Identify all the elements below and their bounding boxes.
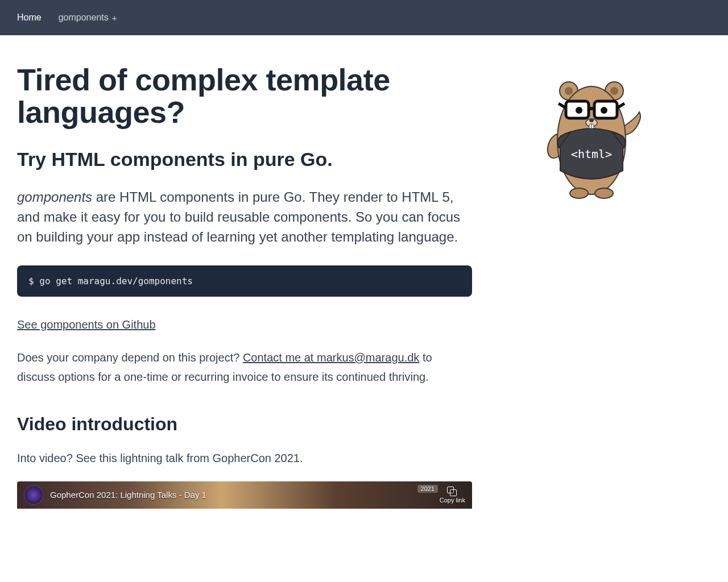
- page-subtitle: Try HTML components in pure Go.: [17, 148, 472, 171]
- nav-gomponents-dropdown[interactable]: gomponents +: [59, 13, 117, 23]
- svg-point-13: [576, 107, 582, 114]
- svg-point-16: [589, 119, 594, 122]
- navbar: Home gomponents +: [0, 0, 728, 35]
- contact-link[interactable]: Contact me at markus@maragu.dk: [243, 351, 419, 364]
- github-link-paragraph: See gomponents on Github: [17, 315, 472, 334]
- page-title: Tired of complex template languages?: [17, 64, 472, 128]
- contact-paragraph: Does your company depend on this project…: [17, 348, 472, 386]
- lead-em: gomponents: [17, 189, 92, 205]
- svg-point-3: [565, 87, 573, 95]
- video-year-badge: 2021: [417, 485, 438, 493]
- video-copy-link[interactable]: Copy link: [440, 487, 465, 504]
- plus-icon: +: [112, 13, 117, 23]
- video-section-title: Video introduction: [17, 414, 472, 435]
- svg-point-4: [610, 87, 618, 95]
- nav-dropdown-label: gomponents: [59, 13, 109, 23]
- svg-point-7: [595, 188, 613, 198]
- main-column: Tired of complex template languages? Try…: [17, 64, 472, 509]
- video-channel-avatar[interactable]: [24, 485, 43, 505]
- copy-link-icon: [447, 487, 457, 497]
- nav-home[interactable]: Home: [17, 13, 42, 23]
- svg-rect-10: [589, 107, 594, 110]
- install-codeblock[interactable]: $ go get maragu.dev/gomponents: [17, 265, 472, 297]
- mascot-shirt-text: <html>: [571, 147, 612, 161]
- svg-point-6: [570, 188, 588, 198]
- video-intro: Into video? See this lightning talk from…: [17, 448, 472, 468]
- contact-pre: Does your company depend on this project…: [17, 351, 243, 364]
- video-embed[interactable]: GopherCon 2021: Lightning Talks - Day 1 …: [17, 481, 472, 509]
- github-link[interactable]: See gomponents on Github: [17, 318, 156, 331]
- video-title: GopherCon 2021: Lightning Talks - Day 1: [50, 490, 433, 500]
- side-column: <html>: [506, 64, 677, 509]
- lead-paragraph: gomponents are HTML components in pure G…: [17, 188, 472, 247]
- video-copy-label: Copy link: [440, 497, 465, 504]
- gopher-mascot-icon: <html>: [535, 75, 648, 200]
- page-container: Tired of complex template languages? Try…: [0, 35, 694, 526]
- svg-point-14: [601, 107, 607, 114]
